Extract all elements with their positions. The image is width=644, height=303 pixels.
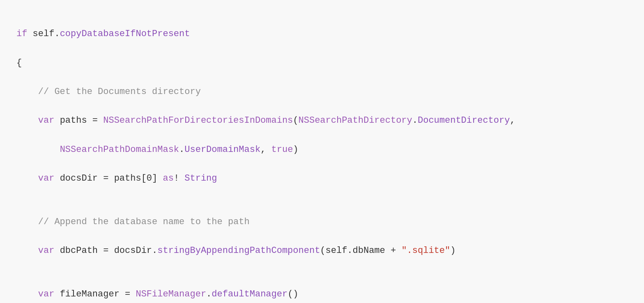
code-block: if self.copyDatabaseIfNotPresent { // Ge…: [16, 12, 628, 303]
code-line-1: if self.copyDatabaseIfNotPresent: [16, 27, 628, 41]
code-line-4: var paths = NSSearchPathForDirectoriesIn…: [16, 113, 628, 128]
code-line-6: var docsDir = paths[0] as! String: [16, 171, 628, 186]
code-line-3: // Get the Documents directory: [16, 85, 628, 99]
code-line-8: // Append the database name to the path: [16, 215, 628, 229]
code-line-9: var dbcPath = docsDir.stringByAppendingP…: [16, 243, 628, 258]
code-line-11: var fileManager = NSFileManager.defaultM…: [16, 287, 628, 301]
code-line-5: NSSearchPathDomainMask.UserDomainMask, t…: [16, 142, 628, 157]
code-line-2: {: [16, 56, 628, 70]
